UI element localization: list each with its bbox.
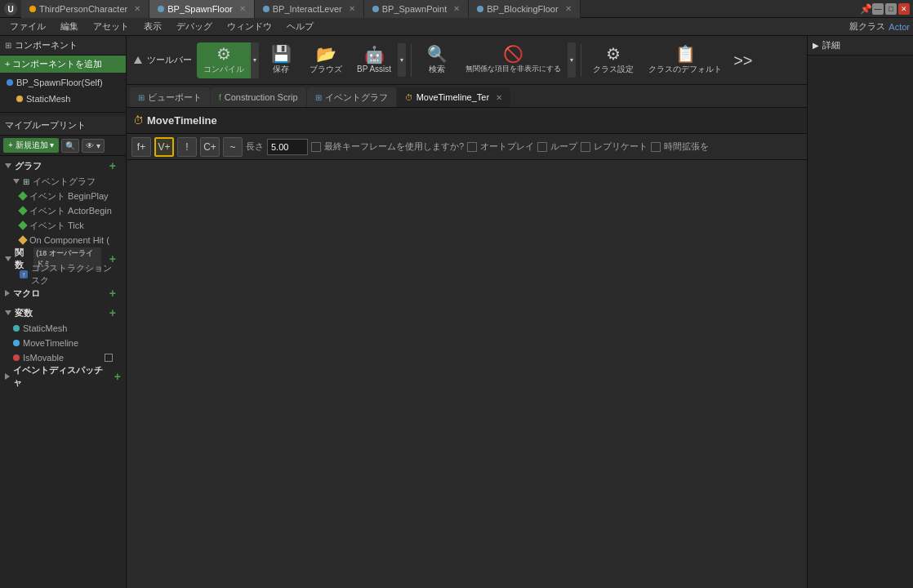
event-dispatcher-expand-icon[interactable]	[5, 373, 10, 380]
compile-button[interactable]: ⚙ コンパイル	[197, 42, 251, 78]
toolbar-separator-2	[581, 44, 581, 77]
functions-expand-icon[interactable]	[5, 256, 11, 261]
search-button[interactable]: 🔍 検索	[416, 42, 457, 78]
tick-item[interactable]: イベント Tick	[0, 218, 126, 233]
filter-dropdown-button[interactable]: ▾	[568, 42, 576, 78]
menu-edit[interactable]: 編集	[54, 19, 85, 34]
macro-add-icon[interactable]: +	[105, 285, 121, 301]
tab-interact-lever[interactable]: BP_InteractLever ✕	[255, 0, 364, 18]
minimize-button[interactable]: —	[872, 3, 884, 15]
mybp-eye-button[interactable]: 👁 ▾	[82, 139, 105, 153]
tree-item-static-mesh[interactable]: StaticMesh	[0, 91, 126, 107]
tab-close-spawn-floor[interactable]: ✕	[239, 4, 246, 13]
save-icon: 💾	[271, 46, 292, 62]
graph-section: グラフ + ⊞ イベントグラフ イベント BeginPlay イベント Acto…	[0, 156, 126, 249]
timeline-replicate-checkbox[interactable]	[581, 142, 590, 152]
menu-file[interactable]: ファイル	[3, 19, 52, 34]
var-static-mesh[interactable]: StaticMesh	[0, 321, 126, 336]
actor-begin-item[interactable]: イベント ActorBegin	[0, 203, 126, 218]
class-settings-button[interactable]: ⚙ クラス設定	[586, 42, 640, 78]
macro-section: マクロ +	[0, 283, 126, 303]
tab-viewport[interactable]: ⊞ ビューポート	[130, 87, 210, 107]
timeline-tool-tilde[interactable]: ~	[223, 137, 243, 157]
var-is-movable[interactable]: IsMovable	[0, 350, 126, 365]
menu-window[interactable]: ウィンドウ	[220, 19, 278, 34]
svg-text:U: U	[7, 5, 13, 14]
maximize-button[interactable]: □	[885, 3, 897, 15]
menu-asset[interactable]: アセット	[87, 19, 136, 34]
tab-close-third-person[interactable]: ✕	[134, 4, 140, 13]
menu-help[interactable]: ヘルプ	[280, 19, 320, 34]
search-icon: 🔍	[427, 46, 448, 62]
tab-spawn-floor[interactable]: BP_SpawnFloor ✕	[149, 0, 255, 18]
browse-icon: 📂	[316, 46, 336, 62]
filter-button[interactable]: 🚫 無関係な項目を非表示にする	[459, 42, 568, 78]
main-layout: ⊞ コンポーネント + コンポーネントを追加 BP_SpawnFloor(Sel…	[0, 36, 913, 588]
tab-label-spawn-floor: BP_SpawnFloor	[167, 4, 233, 14]
compile-icon: ⚙	[216, 46, 231, 62]
var-move-timeline[interactable]: MoveTimeline	[0, 336, 126, 350]
menu-debug[interactable]: デバッグ	[170, 19, 219, 34]
construction-tab-icon: f	[219, 93, 221, 102]
actor-begin-diamond-icon	[18, 206, 27, 215]
menu-view[interactable]: 表示	[137, 19, 168, 34]
left-panel: ⊞ コンポーネント + コンポーネントを追加 BP_SpawnFloor(Sel…	[0, 36, 127, 588]
bp-assist-dropdown-button[interactable]: ▾	[398, 43, 406, 77]
variables-add-icon[interactable]: +	[105, 305, 121, 321]
timeline-tool-c[interactable]: C+	[200, 137, 220, 157]
event-graph-expand-icon[interactable]	[13, 179, 20, 184]
on-component-hit-item[interactable]: On Component Hit (	[0, 233, 126, 247]
tab-spawn-point[interactable]: BP_SpawnPoint ✕	[364, 0, 470, 18]
timeline-time-expand-checkbox[interactable]	[651, 142, 661, 152]
close-button[interactable]: ✕	[898, 3, 910, 15]
tab-close-spawn-point[interactable]: ✕	[453, 4, 460, 13]
var-is-movable-checkbox[interactable]	[105, 354, 113, 362]
viewport-tab-icon: ⊞	[138, 93, 145, 102]
class-defaults-button[interactable]: 📋 クラスのデフォルト	[642, 42, 728, 78]
move-timeline-tab-icon: ⏱	[405, 93, 413, 102]
tab-close-blocking-floor[interactable]: ✕	[565, 4, 572, 13]
tab-third-person[interactable]: ThirdPersonCharacter ✕	[21, 0, 149, 18]
bp-assist-button[interactable]: 🤖 BP Assist	[350, 43, 398, 77]
macro-expand-icon[interactable]	[5, 290, 10, 296]
mybp-header-label: マイブループリント	[5, 119, 86, 131]
macro-title-label: マクロ	[13, 287, 40, 300]
timeline-tool-f[interactable]: f+	[131, 137, 151, 157]
timeline-loop-checkbox[interactable]	[537, 142, 547, 152]
tab-event-graph[interactable]: ⊞ イベントグラフ	[307, 87, 396, 107]
compile-dropdown-button[interactable]: ▾	[251, 42, 259, 78]
browse-button[interactable]: 📂 ブラウズ	[303, 42, 349, 78]
actor-begin-label: イベント ActorBegin	[29, 205, 112, 217]
parent-class-value[interactable]: Actor	[889, 22, 910, 32]
timeline-tool-exclaim[interactable]: !	[177, 137, 197, 157]
variables-section-header: 変数 +	[0, 305, 126, 321]
more-button[interactable]: >>	[730, 49, 755, 72]
tree-item-self[interactable]: BP_SpawnFloor(Self)	[0, 74, 126, 91]
mybp-search-button[interactable]: 🔍	[61, 139, 79, 153]
timeline-length-input[interactable]	[267, 139, 308, 155]
construction-tab-label: Construction Scrip	[225, 92, 298, 102]
pin-icon[interactable]: 📌	[859, 2, 872, 16]
variables-expand-icon[interactable]	[5, 310, 11, 315]
tab-move-timeline[interactable]: ⏱ MoveTimeline_Ter ✕	[397, 87, 510, 107]
tab-blocking-floor[interactable]: BP_BlockingFloor ✕	[469, 0, 580, 18]
event-graph-item[interactable]: ⊞ イベントグラフ	[0, 174, 126, 189]
graph-add-icon[interactable]: +	[105, 158, 121, 174]
timeline-tool-v[interactable]: V+	[154, 137, 174, 157]
event-dispatcher-add-icon[interactable]: +	[114, 370, 121, 383]
new-add-button[interactable]: + 新規追加 ▾	[3, 138, 59, 153]
tab-close-interact-lever[interactable]: ✕	[349, 4, 355, 13]
graph-expand-icon[interactable]	[5, 163, 11, 168]
timeline-header: ⏱ MoveTimeline	[127, 108, 807, 134]
begin-play-item[interactable]: イベント BeginPlay	[0, 189, 126, 203]
move-timeline-tab-close[interactable]: ✕	[496, 93, 502, 102]
tick-label: イベント Tick	[29, 220, 84, 232]
timeline-autoplay-checkbox[interactable]	[467, 142, 477, 152]
add-component-button[interactable]: + コンポーネントを追加	[0, 56, 126, 73]
tab-label-interact-lever: BP_InteractLever	[273, 4, 342, 14]
save-button[interactable]: 💾 保存	[261, 42, 301, 78]
tab-construction-script[interactable]: f Construction Scrip	[211, 87, 306, 107]
timeline-last-keyframe-checkbox[interactable]	[311, 142, 321, 152]
variables-title-label: 変数	[15, 307, 33, 319]
timeline-length-label: 長さ	[246, 140, 264, 153]
